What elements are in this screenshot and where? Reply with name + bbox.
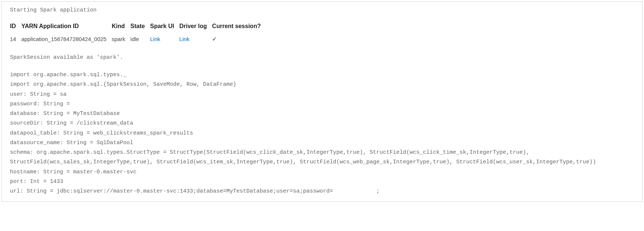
header-spark-ui: Spark UI <box>150 20 179 33</box>
driver-log-link[interactable]: Link <box>179 36 190 42</box>
notebook-output-cell: Starting Spark application ID YARN Appli… <box>1 1 643 202</box>
checkmark-icon: ✓ <box>212 36 217 42</box>
table-header-row: ID YARN Application ID Kind State Spark … <box>10 20 266 33</box>
cell-yarn-app-id: application_1567847280424_0025 <box>21 33 112 45</box>
status-line: Starting Spark application <box>10 7 634 13</box>
cell-state: idle <box>131 33 150 45</box>
spark-ui-link[interactable]: Link <box>150 36 161 42</box>
session-available-line: SparkSession available as 'spark'. <box>10 54 634 61</box>
table-row: 14 application_1567847280424_0025 spark … <box>10 33 266 45</box>
header-yarn-app-id: YARN Application ID <box>21 20 112 33</box>
spark-application-table: ID YARN Application ID Kind State Spark … <box>10 20 266 45</box>
cell-kind: spark <box>112 33 131 45</box>
header-current-session: Current session? <box>212 20 266 33</box>
cell-current-session: ✓ <box>212 33 266 45</box>
header-kind: Kind <box>112 20 131 33</box>
header-driver-log: Driver log <box>179 20 212 33</box>
cell-id: 14 <box>10 33 21 45</box>
cell-driver-log: Link <box>179 33 212 45</box>
code-output-block: import org.apache.spark.sql.types._ impo… <box>10 70 634 196</box>
header-id: ID <box>10 20 21 33</box>
cell-spark-ui: Link <box>150 33 179 45</box>
header-state: State <box>131 20 150 33</box>
